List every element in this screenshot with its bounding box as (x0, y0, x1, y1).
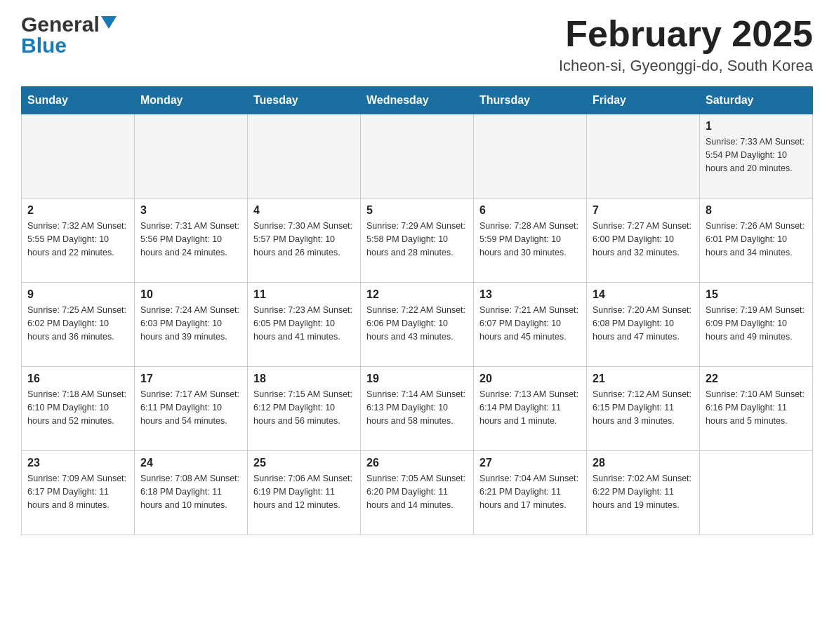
day-info: Sunrise: 7:13 AM Sunset: 6:14 PM Dayligh… (479, 388, 581, 427)
col-sunday: Sunday (22, 87, 135, 114)
day-info: Sunrise: 7:19 AM Sunset: 6:09 PM Dayligh… (706, 304, 807, 343)
day-number: 12 (366, 288, 468, 301)
table-row: 22Sunrise: 7:10 AM Sunset: 6:16 PM Dayli… (700, 367, 813, 451)
day-number: 1 (706, 120, 807, 133)
calendar-week-row: 2Sunrise: 7:32 AM Sunset: 5:55 PM Daylig… (22, 199, 813, 283)
day-info: Sunrise: 7:27 AM Sunset: 6:00 PM Dayligh… (593, 220, 694, 259)
day-info: Sunrise: 7:08 AM Sunset: 6:18 PM Dayligh… (140, 472, 241, 511)
day-number: 5 (366, 204, 468, 217)
day-info: Sunrise: 7:21 AM Sunset: 6:07 PM Dayligh… (479, 304, 581, 343)
day-info: Sunrise: 7:10 AM Sunset: 6:16 PM Dayligh… (706, 388, 807, 427)
day-info: Sunrise: 7:04 AM Sunset: 6:21 PM Dayligh… (479, 472, 581, 511)
day-info: Sunrise: 7:17 AM Sunset: 6:11 PM Dayligh… (140, 388, 241, 427)
day-number: 6 (479, 204, 581, 217)
day-number: 17 (140, 373, 241, 385)
table-row (700, 451, 813, 535)
day-info: Sunrise: 7:05 AM Sunset: 6:20 PM Dayligh… (366, 472, 468, 511)
day-info: Sunrise: 7:30 AM Sunset: 5:57 PM Dayligh… (253, 220, 355, 259)
col-tuesday: Tuesday (248, 87, 361, 114)
table-row: 12Sunrise: 7:22 AM Sunset: 6:06 PM Dayli… (361, 283, 474, 367)
table-row (135, 114, 248, 199)
day-number: 20 (479, 373, 581, 385)
calendar-week-row: 23Sunrise: 7:09 AM Sunset: 6:17 PM Dayli… (22, 451, 813, 535)
table-row: 18Sunrise: 7:15 AM Sunset: 6:12 PM Dayli… (248, 367, 361, 451)
day-info: Sunrise: 7:33 AM Sunset: 5:54 PM Dayligh… (706, 135, 807, 175)
table-row (22, 114, 135, 199)
logo-blue-text: Blue (21, 35, 67, 56)
day-number: 18 (253, 373, 355, 385)
day-number: 15 (706, 288, 807, 301)
day-info: Sunrise: 7:25 AM Sunset: 6:02 PM Dayligh… (27, 304, 128, 343)
day-info: Sunrise: 7:28 AM Sunset: 5:59 PM Dayligh… (479, 220, 581, 259)
day-number: 2 (27, 204, 128, 217)
table-row: 25Sunrise: 7:06 AM Sunset: 6:19 PM Dayli… (248, 451, 361, 535)
table-row: 23Sunrise: 7:09 AM Sunset: 6:17 PM Dayli… (22, 451, 135, 535)
table-row: 4Sunrise: 7:30 AM Sunset: 5:57 PM Daylig… (248, 199, 361, 283)
day-info: Sunrise: 7:32 AM Sunset: 5:55 PM Dayligh… (27, 220, 128, 259)
calendar-week-row: 16Sunrise: 7:18 AM Sunset: 6:10 PM Dayli… (22, 367, 813, 451)
logo-general-text: General (21, 14, 100, 35)
day-info: Sunrise: 7:02 AM Sunset: 6:22 PM Dayligh… (593, 472, 694, 511)
day-number: 26 (366, 457, 468, 469)
calendar-week-row: 1Sunrise: 7:33 AM Sunset: 5:54 PM Daylig… (22, 114, 813, 199)
title-area: February 2025 Icheon-si, Gyeonggi-do, So… (559, 14, 813, 75)
day-info: Sunrise: 7:29 AM Sunset: 5:58 PM Dayligh… (366, 220, 468, 259)
day-number: 27 (479, 457, 581, 469)
day-info: Sunrise: 7:15 AM Sunset: 6:12 PM Dayligh… (253, 388, 355, 427)
table-row: 14Sunrise: 7:20 AM Sunset: 6:08 PM Dayli… (587, 283, 700, 367)
day-info: Sunrise: 7:31 AM Sunset: 5:56 PM Dayligh… (140, 220, 241, 259)
day-info: Sunrise: 7:26 AM Sunset: 6:01 PM Dayligh… (706, 220, 807, 259)
table-row: 21Sunrise: 7:12 AM Sunset: 6:15 PM Dayli… (587, 367, 700, 451)
col-wednesday: Wednesday (361, 87, 474, 114)
table-row: 15Sunrise: 7:19 AM Sunset: 6:09 PM Dayli… (700, 283, 813, 367)
calendar-week-row: 9Sunrise: 7:25 AM Sunset: 6:02 PM Daylig… (22, 283, 813, 367)
day-info: Sunrise: 7:06 AM Sunset: 6:19 PM Dayligh… (253, 472, 355, 511)
col-saturday: Saturday (700, 87, 813, 114)
table-row: 6Sunrise: 7:28 AM Sunset: 5:59 PM Daylig… (474, 199, 587, 283)
month-title: February 2025 (559, 14, 813, 54)
day-info: Sunrise: 7:23 AM Sunset: 6:05 PM Dayligh… (253, 304, 355, 343)
day-number: 16 (27, 373, 128, 385)
col-friday: Friday (587, 87, 700, 114)
header: General Blue February 2025 Icheon-si, Gy… (21, 14, 813, 75)
day-number: 10 (140, 288, 241, 301)
table-row: 26Sunrise: 7:05 AM Sunset: 6:20 PM Dayli… (361, 451, 474, 535)
table-row: 10Sunrise: 7:24 AM Sunset: 6:03 PM Dayli… (135, 283, 248, 367)
day-number: 28 (593, 457, 694, 469)
table-row (587, 114, 700, 199)
day-number: 21 (593, 373, 694, 385)
table-row: 1Sunrise: 7:33 AM Sunset: 5:54 PM Daylig… (700, 114, 813, 199)
day-number: 19 (366, 373, 468, 385)
table-row: 20Sunrise: 7:13 AM Sunset: 6:14 PM Dayli… (474, 367, 587, 451)
table-row: 16Sunrise: 7:18 AM Sunset: 6:10 PM Dayli… (22, 367, 135, 451)
logo-area: General Blue (21, 14, 117, 56)
table-row: 5Sunrise: 7:29 AM Sunset: 5:58 PM Daylig… (361, 199, 474, 283)
table-row: 8Sunrise: 7:26 AM Sunset: 6:01 PM Daylig… (700, 199, 813, 283)
day-info: Sunrise: 7:18 AM Sunset: 6:10 PM Dayligh… (27, 388, 128, 427)
day-number: 11 (253, 288, 355, 301)
day-info: Sunrise: 7:12 AM Sunset: 6:15 PM Dayligh… (593, 388, 694, 427)
table-row (474, 114, 587, 199)
day-number: 9 (27, 288, 128, 301)
table-row: 3Sunrise: 7:31 AM Sunset: 5:56 PM Daylig… (135, 199, 248, 283)
day-number: 24 (140, 457, 241, 469)
day-number: 14 (593, 288, 694, 301)
table-row (361, 114, 474, 199)
logo-triangle-icon (101, 16, 117, 29)
location-title: Icheon-si, Gyeonggi-do, South Korea (559, 57, 813, 75)
col-monday: Monday (135, 87, 248, 114)
day-number: 4 (253, 204, 355, 217)
day-number: 22 (706, 373, 807, 385)
table-row: 19Sunrise: 7:14 AM Sunset: 6:13 PM Dayli… (361, 367, 474, 451)
calendar-table: Sunday Monday Tuesday Wednesday Thursday… (21, 86, 813, 535)
table-row (248, 114, 361, 199)
table-row: 2Sunrise: 7:32 AM Sunset: 5:55 PM Daylig… (22, 199, 135, 283)
day-info: Sunrise: 7:14 AM Sunset: 6:13 PM Dayligh… (366, 388, 468, 427)
table-row: 11Sunrise: 7:23 AM Sunset: 6:05 PM Dayli… (248, 283, 361, 367)
day-number: 13 (479, 288, 581, 301)
calendar-header-row: Sunday Monday Tuesday Wednesday Thursday… (22, 87, 813, 114)
table-row: 9Sunrise: 7:25 AM Sunset: 6:02 PM Daylig… (22, 283, 135, 367)
svg-marker-0 (101, 16, 117, 29)
day-info: Sunrise: 7:22 AM Sunset: 6:06 PM Dayligh… (366, 304, 468, 343)
table-row: 24Sunrise: 7:08 AM Sunset: 6:18 PM Dayli… (135, 451, 248, 535)
